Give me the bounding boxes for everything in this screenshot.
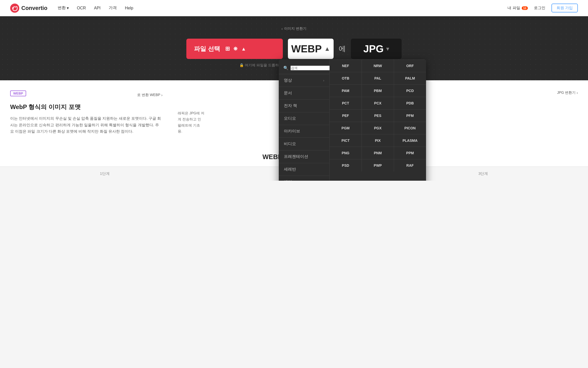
main-nav: 변환 ▾ OCR API 가격 Help <box>58 5 508 11</box>
svg-point-0 <box>10 4 19 13</box>
format-tag: WEBP <box>10 90 26 96</box>
format-cell-nef[interactable]: NEF <box>330 60 362 72</box>
category-item-6[interactable]: 프레젠테이션 <box>279 150 329 163</box>
format-to-text: JPG <box>363 43 384 55</box>
format-cell-pfm[interactable]: PFM <box>394 110 426 122</box>
format-cell-raf[interactable]: RAF <box>394 159 426 172</box>
content-description: 이는 인터넷에서 이미지의 무손실 및 손실 압축 품질을 지원하는 새로운 포… <box>10 115 162 135</box>
search-icon: 🔍 <box>283 66 288 70</box>
categories-list: 영상›문서전자 책오디오아카이브비디오프레젠테이션세레반벡터CAD <box>279 74 329 181</box>
breadcrumb-chevron-left: ‹ <box>282 27 283 31</box>
format-cell-ppm[interactable]: PPM <box>394 147 426 159</box>
category-item-4[interactable]: 아카이브 <box>279 125 329 138</box>
format-from-text: WEBP <box>291 43 322 55</box>
files-badge: 10 <box>522 6 528 10</box>
nav-ocr[interactable]: OCR <box>77 6 86 10</box>
format-to-button[interactable]: JPG ▾ <box>351 39 402 59</box>
format-cell-pdb[interactable]: PDB <box>394 97 426 109</box>
dropdown-panel: 🔍 영상›문서전자 책오디오아카이브비디오프레젠테이션세레반벡터CAD NEFN… <box>279 59 426 181</box>
dropdown-right: NEFNRWORFOTBPALPALMPAMPBMPCDPCTPCXPDBPEF… <box>330 59 426 181</box>
logo-icon <box>10 4 19 13</box>
format-cell-pgm[interactable]: PGM <box>330 122 362 134</box>
format-cell-palm[interactable]: PALM <box>394 72 426 84</box>
content-title: WebP 형식의 이미지 포맷 <box>10 103 162 111</box>
chevron-right-icon: › <box>161 93 162 97</box>
chevron-right-icon-right: › <box>577 91 578 95</box>
format-cell-pcd[interactable]: PCD <box>394 85 426 97</box>
folder-icon: ⊞ <box>225 45 230 52</box>
my-files-button[interactable]: 내 파일 10 <box>508 6 528 10</box>
category-item-0[interactable]: 영상› <box>279 74 329 87</box>
category-item-7[interactable]: 세레반 <box>279 163 329 176</box>
format-cell-pnm[interactable]: PNM <box>362 147 394 159</box>
file-select-button[interactable]: 파일 선택 ⊞ ❋ ▲ <box>186 39 283 59</box>
format-cell-plasma[interactable]: PLASMA <box>394 134 426 147</box>
format-cell-pict[interactable]: PICT <box>330 134 362 147</box>
breadcrumb: ‹ 이미지 변환기 <box>282 26 307 31</box>
format-cell-pef[interactable]: PEF <box>330 110 362 122</box>
file-select-label: 파일 선택 <box>194 45 220 53</box>
logo-text: Convertio <box>21 5 47 11</box>
logo[interactable]: Convertio <box>10 4 47 13</box>
category-item-1[interactable]: 문서 <box>279 87 329 100</box>
format-cell-png[interactable]: PNG <box>330 147 362 159</box>
format-cell-pcx[interactable]: PCX <box>362 97 394 109</box>
format-to-arrow: ▾ <box>386 45 389 52</box>
format-cell-pes[interactable]: PES <box>362 110 394 122</box>
format-cell-pam[interactable]: PAM <box>330 85 362 97</box>
gdrive-icon: ▲ <box>241 46 246 52</box>
content-left: WEBP 로 변환 WEBP › WebP 형식의 이미지 포맷 이는 인터넷에… <box>10 90 162 135</box>
step-1: 1단계 <box>100 171 109 176</box>
step-3: 3단계 <box>478 171 488 176</box>
dropbox-icon: ❋ <box>233 46 238 52</box>
format-dropdown: 🔍 영상›문서전자 책오디오아카이브비디오프레젠테이션세레반벡터CAD NEFN… <box>279 59 426 181</box>
format-from-button[interactable]: WEBP ▲ <box>288 39 334 59</box>
formats-grid: NEFNRWORFOTBPALPALMPAMPBMPCDPCTPCXPDBPEF… <box>330 59 426 172</box>
login-button[interactable]: 로그인 <box>534 6 545 10</box>
nav-pricing[interactable]: 가격 <box>109 5 117 11</box>
format-cell-nrw[interactable]: NRW <box>362 60 394 72</box>
format-cell-pwp[interactable]: PWP <box>362 159 394 172</box>
category-item-5[interactable]: 비디오 <box>279 138 329 150</box>
format-cell-pal[interactable]: PAL <box>362 72 394 84</box>
format-cell-otb[interactable]: OTB <box>330 72 362 84</box>
my-files-label: 내 파일 <box>508 6 520 10</box>
format-cell-pbm[interactable]: PBM <box>362 85 394 97</box>
dropdown-left: 🔍 영상›문서전자 책오디오아카이브비디오프레젠테이션세레반벡터CAD <box>279 59 330 181</box>
hero-section: ‹ 이미지 변환기 파일 선택 ⊞ ❋ ▲ WEBP ▲ 에 JPG ▾ 🔒 여… <box>0 16 588 80</box>
search-input[interactable] <box>290 66 334 70</box>
category-item-3[interactable]: 오디오 <box>279 112 329 125</box>
header-right: 내 파일 10 로그인 회원 가입 <box>508 4 578 12</box>
search-row: 🔍 <box>279 62 329 74</box>
to-label: 에 <box>339 44 346 54</box>
converter-row: 파일 선택 ⊞ ❋ ▲ WEBP ▲ 에 JPG ▾ <box>180 39 408 59</box>
file-select-icons: ⊞ ❋ ▲ <box>225 45 246 52</box>
category-item-2[interactable]: 전자 책 <box>279 100 329 112</box>
format-cell-orf[interactable]: ORF <box>394 60 426 72</box>
format-cell-pgx[interactable]: PGX <box>362 122 394 134</box>
category-chevron: › <box>323 79 324 82</box>
format-cell-picon[interactable]: PICON <box>394 122 426 134</box>
format-cell-psd[interactable]: PSD <box>330 159 362 172</box>
format-from-arrow: ▲ <box>324 45 330 52</box>
format-link[interactable]: 로 변환 WEBP › <box>137 93 162 97</box>
category-item-8[interactable]: 벡터 <box>279 176 329 181</box>
header: Convertio 변환 ▾ OCR API 가격 Help 내 파일 10 로… <box>0 0 588 16</box>
nav-help[interactable]: Help <box>125 6 133 10</box>
nav-api[interactable]: API <box>94 6 101 10</box>
nav-convert[interactable]: 변환 ▾ <box>58 5 69 11</box>
chevron-down-icon: ▾ <box>67 6 69 10</box>
format-cell-pct[interactable]: PCT <box>330 97 362 109</box>
signup-button[interactable]: 회원 가입 <box>551 4 578 12</box>
format-cell-pix[interactable]: PIX <box>362 134 394 147</box>
